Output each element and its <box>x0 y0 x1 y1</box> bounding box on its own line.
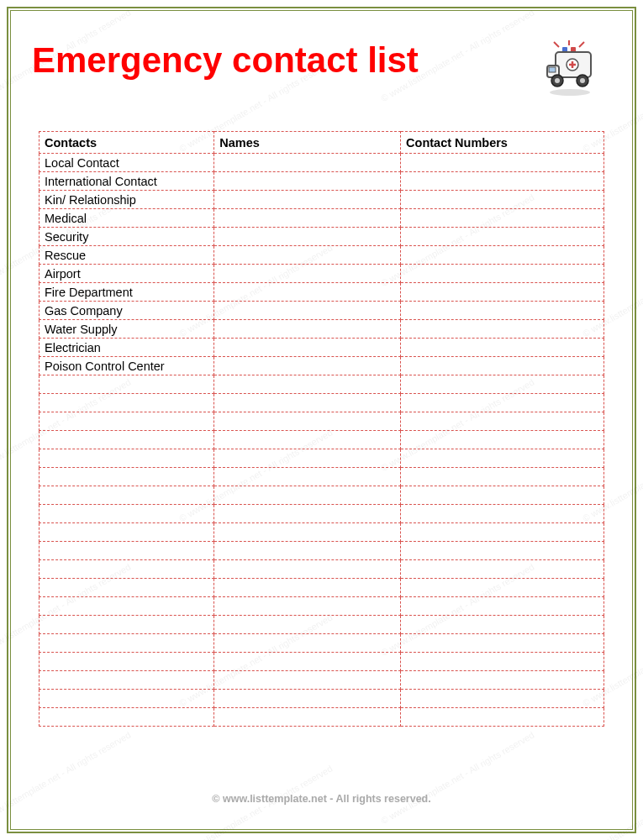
cell-name <box>214 653 401 671</box>
cell-number <box>401 228 604 246</box>
table-row: Rescue <box>40 246 604 265</box>
table-row <box>40 560 604 579</box>
column-header-contacts: Contacts <box>40 132 214 154</box>
cell-contact: International Contact <box>40 172 214 191</box>
cell-name <box>214 616 401 634</box>
cell-number <box>401 431 604 449</box>
cell-number <box>401 339 604 357</box>
cell-number <box>401 375 604 394</box>
cell-name <box>214 154 401 172</box>
cell-number <box>401 265 604 283</box>
cell-number <box>401 209 604 228</box>
cell-number <box>401 690 604 708</box>
cell-name <box>214 671 401 690</box>
table-row: Security <box>40 228 604 246</box>
cell-name <box>214 468 401 486</box>
document-page: Emergency contact list <box>17 17 626 823</box>
table-header-row: Contacts Names Contact Numbers <box>40 132 604 154</box>
footer-text: © www.listtemplate.net - All rights rese… <box>17 793 626 805</box>
cell-contact: Rescue <box>40 246 214 265</box>
cell-name <box>214 339 401 357</box>
table-row <box>40 468 604 486</box>
cell-contact <box>40 505 214 523</box>
table-row: Medical <box>40 209 604 228</box>
cell-contact: Security <box>40 228 214 246</box>
cell-number <box>401 172 604 191</box>
cell-contact: Electrician <box>40 339 214 357</box>
table-row <box>40 505 604 523</box>
cell-name <box>214 357 401 375</box>
cell-contact <box>40 634 214 653</box>
table-row <box>40 690 604 708</box>
table-row <box>40 394 604 412</box>
header: Emergency contact list <box>32 40 611 99</box>
cell-name <box>214 708 401 727</box>
cell-number <box>401 597 604 616</box>
table-row: International Contact <box>40 172 604 191</box>
page-title: Emergency contact list <box>32 40 419 81</box>
cell-contact: Medical <box>40 209 214 228</box>
cell-number <box>401 671 604 690</box>
cell-name <box>214 375 401 394</box>
table-row <box>40 597 604 616</box>
cell-contact: Water Supply <box>40 320 214 339</box>
cell-number <box>401 449 604 468</box>
cell-name <box>214 560 401 579</box>
cell-contact <box>40 616 214 634</box>
cell-name <box>214 172 401 191</box>
cell-number <box>401 542 604 560</box>
table-row <box>40 523 604 542</box>
cell-name <box>214 597 401 616</box>
svg-line-0 <box>554 42 559 47</box>
cell-name <box>214 302 401 320</box>
svg-rect-7 <box>549 67 556 72</box>
cell-contact <box>40 690 214 708</box>
cell-contact: Fire Department <box>40 283 214 302</box>
cell-number <box>401 560 604 579</box>
cell-contact: Gas Company <box>40 302 214 320</box>
table-row <box>40 708 604 727</box>
cell-name <box>214 523 401 542</box>
table-row <box>40 616 604 634</box>
cell-contact <box>40 653 214 671</box>
svg-point-12 <box>555 78 560 83</box>
cell-number <box>401 283 604 302</box>
cell-number <box>401 708 604 727</box>
cell-name <box>214 394 401 412</box>
cell-number <box>401 634 604 653</box>
cell-number <box>401 357 604 375</box>
cell-contact <box>40 671 214 690</box>
table-row <box>40 634 604 653</box>
cell-number <box>401 302 604 320</box>
table-row <box>40 412 604 431</box>
cell-name <box>214 320 401 339</box>
cell-contact <box>40 560 214 579</box>
cell-contact <box>40 579 214 597</box>
svg-point-15 <box>550 89 590 96</box>
ambulance-icon <box>539 40 604 99</box>
table-row: Gas Company <box>40 302 604 320</box>
column-header-numbers: Contact Numbers <box>401 132 604 154</box>
cell-number <box>401 468 604 486</box>
cell-name <box>214 634 401 653</box>
cell-contact <box>40 375 214 394</box>
cell-number <box>401 246 604 265</box>
cell-contact: Local Contact <box>40 154 214 172</box>
cell-name <box>214 283 401 302</box>
cell-number <box>401 154 604 172</box>
cell-name <box>214 449 401 468</box>
table-row <box>40 671 604 690</box>
table-row: Poison Control Center <box>40 357 604 375</box>
contact-table: Contacts Names Contact Numbers Local Con… <box>39 131 604 727</box>
table-row <box>40 449 604 468</box>
cell-name <box>214 265 401 283</box>
cell-name <box>214 542 401 560</box>
cell-contact <box>40 431 214 449</box>
cell-number <box>401 653 604 671</box>
cell-contact <box>40 523 214 542</box>
cell-name <box>214 431 401 449</box>
cell-number <box>401 320 604 339</box>
cell-contact <box>40 708 214 727</box>
cell-name <box>214 505 401 523</box>
cell-name <box>214 486 401 505</box>
